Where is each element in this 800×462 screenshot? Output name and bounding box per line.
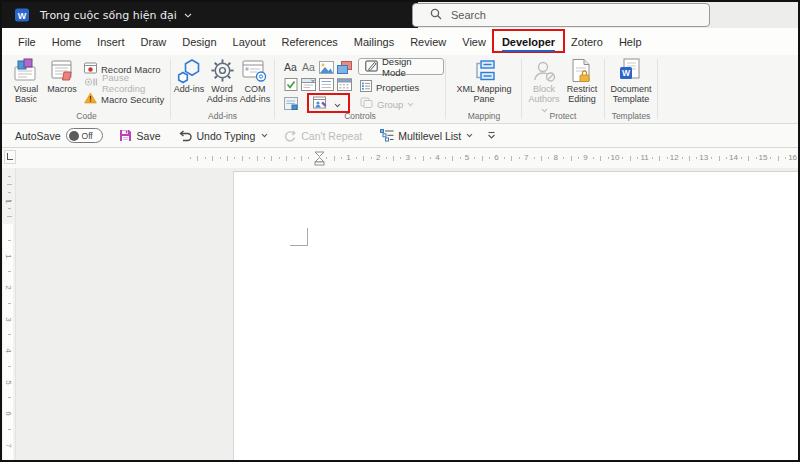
title-chevron-down-icon[interactable] [184, 13, 192, 18]
ribbon-group-code: Visual Basic Macros Record Macro Pause R… [4, 55, 169, 123]
window-inner: W Trong cuộc sống hiện đại Search FileHo… [2, 2, 798, 460]
margin-corner-mark [290, 228, 308, 246]
h-ruler-number: 14 [729, 153, 738, 162]
ruler-tick [257, 156, 258, 161]
document-page[interactable] [233, 171, 798, 460]
qat-overflow-button[interactable] [487, 131, 496, 140]
save-button[interactable]: Save [137, 130, 161, 142]
group-chevron-down-icon [407, 102, 414, 107]
ribbon-group-mapping: XML Mapping Pane Mapping [448, 55, 520, 123]
ribbon: Visual Basic Macros Record Macro Pause R… [2, 55, 798, 124]
picture-content-control-button[interactable] [318, 60, 335, 74]
h-ruler-number: 7 [524, 153, 528, 162]
ruler-tick [541, 156, 542, 161]
ruler-tick [593, 157, 594, 159]
document-template-button[interactable]: W Document Template [608, 57, 654, 105]
word-window: W Trong cuộc sống hiện đại Search FileHo… [0, 0, 800, 462]
restrict-editing-lock-icon [571, 57, 593, 84]
h-ruler-number: 8 [554, 153, 558, 162]
checkbox-content-control-button[interactable] [282, 77, 299, 91]
ruler-tick [8, 176, 11, 177]
restrict-editing-button[interactable]: Restrict Editing [563, 57, 601, 105]
tab-file[interactable]: File [10, 28, 44, 55]
tab-zotero[interactable]: Zotero [563, 28, 611, 55]
ruler-tick [205, 157, 206, 159]
ruler-tick [741, 157, 742, 159]
vertical-ruler[interactable]: 11234567 [2, 168, 16, 460]
tab-draw[interactable]: Draw [133, 28, 175, 55]
tab-review[interactable]: Review [402, 28, 454, 55]
visual-basic-button[interactable]: Visual Basic [8, 57, 44, 105]
record-macro-icon [84, 62, 97, 76]
h-ruler-number: 1 [346, 153, 350, 162]
word-add-ins-button[interactable]: Word Add-ins [205, 57, 239, 105]
tab-design[interactable]: Design [174, 28, 224, 55]
document-area[interactable]: 11234567 [2, 168, 798, 460]
ruler-tick [482, 156, 483, 161]
word-logo-icon: W [14, 7, 30, 23]
save-icon[interactable] [119, 129, 132, 142]
tab-home[interactable]: Home [44, 28, 89, 55]
ruler-tick [220, 157, 221, 159]
ribbon-group-addins: Add-ins Word Add-ins COM Add-ins Add-ins [172, 55, 273, 123]
combo-box-content-control-button[interactable] [300, 77, 317, 91]
repeat-icon [284, 130, 297, 142]
undo-typing-button[interactable]: Undo Typing [196, 130, 255, 142]
undo-icon[interactable] [178, 130, 192, 142]
search-placeholder: Search [451, 9, 486, 21]
title-bar-dark-region: W Trong cuộc sống hiện đại [2, 2, 418, 28]
plain-text-content-control-button[interactable]: Aa [300, 60, 317, 74]
tab-mailings[interactable]: Mailings [346, 28, 402, 55]
multilevel-list-button[interactable]: Multilevel List [398, 130, 461, 142]
tab-view[interactable]: View [454, 28, 494, 55]
h-ruler-number: 16 [788, 153, 797, 162]
svg-text:W: W [622, 68, 631, 78]
properties-button[interactable]: Properties [360, 80, 419, 94]
ruler-tick [726, 157, 727, 159]
tab-help[interactable]: Help [611, 28, 650, 55]
autosave-toggle[interactable]: Off [66, 128, 103, 143]
ruler-tick [519, 157, 520, 159]
xml-mapping-pane-button[interactable]: XML Mapping Pane [452, 57, 516, 105]
macros-icon [50, 57, 74, 84]
multilevel-list-icon[interactable] [380, 129, 394, 142]
undo-chevron-down-icon[interactable] [261, 133, 268, 138]
tab-references[interactable]: References [274, 28, 346, 55]
h-ruler-number: 3 [406, 153, 410, 162]
macro-security-button[interactable]: Macro Security [84, 92, 164, 106]
search-box[interactable]: Search [412, 3, 710, 27]
svg-text:W: W [18, 11, 27, 21]
document-title[interactable]: Trong cuộc sống hiện đại [40, 9, 177, 22]
macros-button[interactable]: Macros [44, 57, 80, 94]
tab-selector[interactable] [4, 150, 16, 164]
ruler-tick [452, 156, 453, 161]
ribbon-group-controls: Aa Aa [276, 55, 444, 123]
legacy-tools-button[interactable] [282, 96, 299, 110]
date-picker-content-control-button[interactable] [336, 77, 353, 91]
ruler-tick [7, 184, 12, 185]
design-mode-button[interactable]: Design Mode [358, 58, 444, 75]
ruler-tick [308, 157, 309, 159]
com-add-ins-button[interactable]: COM Add-ins [238, 57, 272, 105]
group-label-code: Code [4, 111, 169, 121]
properties-icon [360, 80, 372, 94]
autosave-state: Off [82, 131, 93, 141]
ruler-tick [8, 271, 11, 272]
dropdown-list-content-control-button[interactable] [318, 77, 335, 91]
tab-insert[interactable]: Insert [89, 28, 133, 55]
building-block-gallery-control-button[interactable] [336, 60, 353, 74]
tab-developer[interactable]: Developer [494, 28, 563, 55]
v-ruler-number: 1 [4, 197, 13, 206]
document-template-icon: W [618, 57, 644, 84]
horizontal-ruler[interactable]: 12345678910111213141516 [185, 151, 795, 165]
add-ins-button[interactable]: Add-ins [173, 57, 205, 94]
v-ruler-number: 3 [4, 315, 13, 324]
tab-layout[interactable]: Layout [225, 28, 274, 55]
ruler-tick [489, 157, 490, 159]
group-label-templates: Templates [606, 111, 656, 121]
rich-text-content-control-button[interactable]: Aa [282, 60, 299, 74]
ruler-tick [719, 156, 720, 161]
multilevel-chevron-down-icon[interactable] [466, 133, 473, 138]
ruler-tick [563, 157, 564, 159]
h-ruler-number: 5 [465, 153, 469, 162]
